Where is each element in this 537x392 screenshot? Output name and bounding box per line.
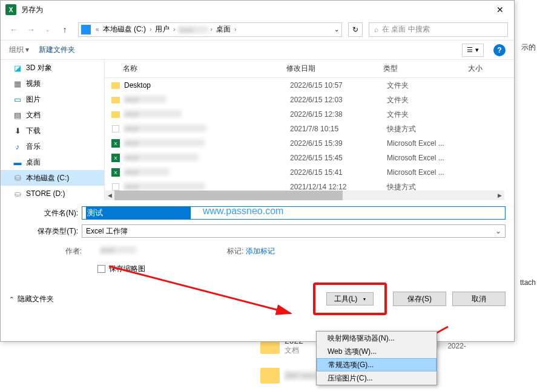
dialog-title: 另存为 xyxy=(21,5,43,15)
menu-map-drive[interactable]: 映射网络驱动器(N)... xyxy=(317,332,437,345)
file-date: 2021/7/8 10:15 xyxy=(290,125,387,133)
file-type: Microsoft Excel ... xyxy=(387,139,472,148)
savetype-label: 保存类型(T): xyxy=(9,226,82,237)
sidebar-item-music[interactable]: ♪音乐 xyxy=(1,139,104,154)
breadcrumb-blurred[interactable]: xxxx xyxy=(178,26,208,33)
file-name: xxxx xyxy=(124,168,290,177)
file-type: 快捷方式 xyxy=(387,124,472,134)
sidebar-item-desktop[interactable]: ▬桌面 xyxy=(1,154,104,170)
organize-button[interactable]: 组织 ▾ xyxy=(9,45,29,55)
excel-icon: X xyxy=(111,168,120,177)
file-row[interactable]: Xxxxx2022/6/15 15:41Microsoft Excel ... xyxy=(105,165,514,180)
file-row[interactable]: Desktop2022/6/15 10:57文件夹 xyxy=(105,78,514,93)
3d-icon: ◪ xyxy=(13,63,22,73)
file-type: Microsoft Excel ... xyxy=(387,168,472,177)
horizontal-scrollbar[interactable]: ◀ ▶ xyxy=(105,191,504,200)
column-date[interactable]: 修改日期 xyxy=(286,64,383,74)
refresh-button[interactable]: ↻ xyxy=(348,22,363,37)
navigation-bar: ← → ⌄ ↑ « 本地磁盘 (C:) › 用户 › xxxx › 桌面 › ⌄… xyxy=(1,19,514,41)
menu-web-options[interactable]: Web 选项(W)... xyxy=(317,345,437,358)
cancel-button[interactable]: 取消 xyxy=(452,292,506,306)
up-button[interactable]: ↑ xyxy=(58,22,72,37)
back-button[interactable]: ← xyxy=(7,22,21,37)
file-date: 2021/12/14 12:12 xyxy=(290,183,387,191)
filename-input[interactable] xyxy=(82,206,506,220)
column-type[interactable]: 类型 xyxy=(383,64,468,74)
search-placeholder: 在 桌面 中搜索 xyxy=(382,24,430,34)
menu-general-options[interactable]: 常规选项(G)... xyxy=(317,358,437,371)
save-button[interactable]: 保存(S) xyxy=(393,292,446,306)
forward-button[interactable]: → xyxy=(24,22,38,37)
file-row[interactable]: xxxx2021/7/8 10:15快捷方式 xyxy=(105,122,514,136)
savetype-dropdown[interactable]: Excel 工作簿 xyxy=(82,224,506,238)
sidebar-item-documents[interactable]: ▤文档 xyxy=(1,107,104,123)
thumbnail-checkbox[interactable] xyxy=(97,265,105,273)
toolbar: 组织 ▾ 新建文件夹 ☰ ▾ ? xyxy=(1,41,514,60)
sidebar-item-downloads[interactable]: ⬇下载 xyxy=(1,123,104,139)
file-row[interactable]: xxxx2022/6/15 12:38文件夹 xyxy=(105,107,514,122)
author-label: 作者: xyxy=(65,247,82,255)
desktop-icon: ▬ xyxy=(13,157,22,167)
breadcrumb[interactable]: « 本地磁盘 (C:) › 用户 › xxxx › 桌面 › ⌄ xyxy=(78,22,342,37)
menu-compress-pictures[interactable]: 压缩图片(C)... xyxy=(317,371,437,385)
excel-app-icon: X xyxy=(5,4,16,15)
file-row[interactable]: Xxxxx2022/6/15 15:39Microsoft Excel ... xyxy=(105,136,514,151)
music-icon: ♪ xyxy=(13,142,22,151)
view-options-button[interactable]: ☰ ▾ xyxy=(462,44,484,57)
titlebar: X 另存为 ✕ xyxy=(1,1,514,19)
downloads-icon: ⬇ xyxy=(13,126,22,136)
breadcrumb-dropdown-icon[interactable]: ⌄ xyxy=(334,26,339,33)
hide-folders-toggle[interactable]: ⌃ 隐藏文件夹 xyxy=(9,294,307,304)
file-name: xxxx xyxy=(124,154,290,162)
file-row[interactable]: Xxxxx2022/6/15 15:45Microsoft Excel ... xyxy=(105,151,514,165)
file-name: xxxx xyxy=(124,96,290,104)
sidebar-item-drive-d[interactable]: ⛀STORE (D:) xyxy=(1,186,104,200)
recent-dropdown-icon[interactable]: ⌄ xyxy=(41,22,55,37)
column-size[interactable]: 大小 xyxy=(468,64,514,74)
tag-input[interactable]: 添加标记 xyxy=(246,247,275,255)
file-date: 2022/6/15 10:57 xyxy=(290,81,387,90)
background-text-2: ttach xyxy=(520,278,536,287)
close-button[interactable]: ✕ xyxy=(486,1,514,19)
file-list-body[interactable]: Desktop2022/6/15 10:57文件夹xxxx2022/6/15 1… xyxy=(105,78,514,199)
file-type: 文件夹 xyxy=(387,95,472,105)
file-type: 文件夹 xyxy=(387,80,472,91)
filename-label: 文件名(N): xyxy=(9,208,82,218)
thumbnail-label: 保存缩略图 xyxy=(109,264,145,274)
file-name: xxxx xyxy=(124,139,290,148)
file-type: 文件夹 xyxy=(387,109,472,120)
folder-icon xyxy=(111,95,120,105)
excel-icon: X xyxy=(111,139,120,148)
file-date: 2022/6/15 12:38 xyxy=(290,110,387,119)
author-value[interactable]: xxxx xyxy=(100,246,136,253)
breadcrumb-user[interactable]: 用户 xyxy=(154,24,171,34)
file-date: 2022/6/15 15:39 xyxy=(290,139,387,148)
drive-icon xyxy=(81,25,91,34)
sidebar-item-drive-c[interactable]: ⛁本地磁盘 (C:) xyxy=(1,170,104,186)
new-folder-button[interactable]: 新建文件夹 xyxy=(39,45,75,55)
column-name[interactable]: 名称 xyxy=(105,64,286,74)
folder-icon xyxy=(111,109,120,119)
file-date: 2022/6/15 12:03 xyxy=(290,96,387,104)
sidebar-item-pictures[interactable]: ▭图片 xyxy=(1,91,104,107)
save-as-dialog: X 另存为 ✕ ← → ⌄ ↑ « 本地磁盘 (C:) › 用户 › xxxx … xyxy=(0,0,515,342)
file-name: xxxx xyxy=(124,183,290,191)
file-name: xxxx xyxy=(124,110,290,119)
tools-highlight-box: 工具(L) xyxy=(313,283,387,315)
tools-button[interactable]: 工具(L) xyxy=(326,292,374,305)
file-type: Microsoft Excel ... xyxy=(387,154,472,162)
sidebar: ◪3D 对象 ▦视频 ▭图片 ▤文档 ⬇下载 ♪音乐 ▬桌面 ⛁本地磁盘 (C:… xyxy=(1,60,105,200)
breadcrumb-desktop[interactable]: 桌面 xyxy=(215,24,232,34)
file-row[interactable]: xxxx2022/6/15 12:03文件夹 xyxy=(105,93,514,107)
search-input[interactable]: ⌕ 在 桌面 中搜索 xyxy=(369,22,508,37)
file-name: Desktop xyxy=(124,81,290,90)
sidebar-item-video[interactable]: ▦视频 xyxy=(1,76,104,91)
pictures-icon: ▭ xyxy=(13,94,22,104)
file-list-view: 名称 修改日期 类型 大小 Desktop2022/6/15 10:57文件夹x… xyxy=(105,60,514,200)
file-date: 2022/6/15 15:45 xyxy=(290,154,387,162)
drive-icon: ⛁ xyxy=(13,173,22,183)
sidebar-item-3d[interactable]: ◪3D 对象 xyxy=(1,60,104,76)
help-button[interactable]: ? xyxy=(493,44,506,56)
tag-label: 标记: xyxy=(227,247,243,255)
breadcrumb-drive[interactable]: 本地磁盘 (C:) xyxy=(102,24,147,34)
